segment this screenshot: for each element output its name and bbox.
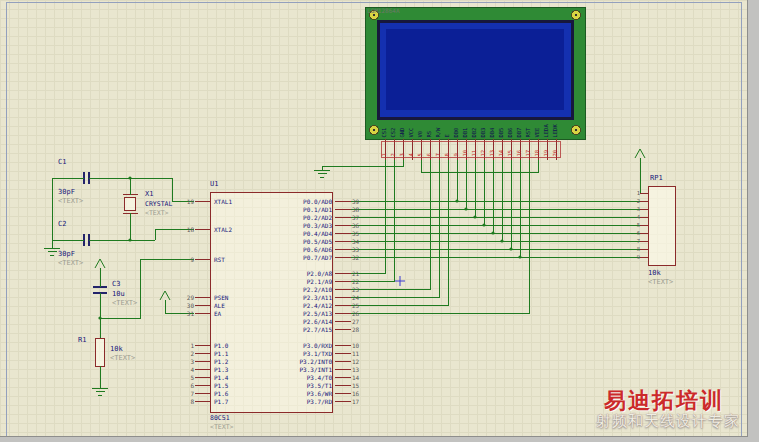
chip-pin[interactable]: P2.5/A13 26 <box>270 309 366 317</box>
chip-pin[interactable]: P3.0/RXD 10 <box>270 341 366 349</box>
capacitor-plates[interactable] <box>84 172 107 293</box>
pin-stub <box>335 345 351 346</box>
rp1-pin-number: 2 <box>626 197 640 205</box>
u1-p0-pins: P0.0/AD0 39 P0.1/AD1 38 P0.2/AD2 37 P0.3… <box>270 197 366 261</box>
schematic-sheet[interactable]: LGM12864A CS1 CS2 GND VCC V0 RS <box>0 0 748 437</box>
lcd-pin-number: 5 <box>417 142 426 156</box>
lcd-pin[interactable]: DB0 <box>453 110 462 138</box>
pin-number: 33 <box>351 246 366 253</box>
chip-pin[interactable]: P0.3/AD3 36 <box>270 221 366 229</box>
crystal-x1[interactable] <box>123 195 138 214</box>
chip-pin[interactable]: P3.5/T1 15 <box>270 381 366 389</box>
chip-pin[interactable]: P0.6/AD6 33 <box>270 245 366 253</box>
resistor-r1-body[interactable] <box>96 339 105 367</box>
pin-number: 13 <box>351 366 366 373</box>
pin-number: 29 <box>180 294 195 301</box>
c2-placeholder: <TEXT> <box>58 259 83 267</box>
chip-pin[interactable]: P3.2/INT0 12 <box>270 357 366 365</box>
lcd-pin[interactable]: DB2 <box>471 110 480 138</box>
chip-pin[interactable]: 1 P1.0 <box>180 341 228 349</box>
chip-pin[interactable]: P0.1/AD1 38 <box>270 205 366 213</box>
chip-pin[interactable]: P2.3/A11 24 <box>270 293 366 301</box>
lcd-pin[interactable]: RS <box>426 110 435 138</box>
chip-pin[interactable]: P3.3/INT1 13 <box>270 365 366 373</box>
chip-pin[interactable]: P2.0/A8 21 <box>270 269 366 277</box>
lcd-pin-number: 15 <box>507 142 516 156</box>
lcd-pin[interactable]: E <box>444 110 453 138</box>
pin-number: 38 <box>351 206 366 213</box>
lcd-pin-number: 19 <box>543 142 552 156</box>
chip-pin[interactable]: 6 P1.5 <box>180 381 228 389</box>
rp1-pin-number: 7 <box>626 237 640 245</box>
chip-pin[interactable]: P0.2/AD2 37 <box>270 213 366 221</box>
lcd-pin[interactable]: LEDA <box>543 110 552 138</box>
u1-placeholder: <TEXT> <box>210 423 233 431</box>
chip-pin[interactable]: 8 P1.7 <box>180 397 228 405</box>
chip-pin[interactable]: P2.6/A14 27 <box>270 317 366 325</box>
pin-number: 36 <box>351 222 366 229</box>
chip-pin[interactable]: 29 PSEN <box>180 293 228 301</box>
chip-pin[interactable]: 31 EA <box>180 309 228 317</box>
lcd-pin[interactable]: R/W <box>435 110 444 138</box>
pin-name: PSEN <box>211 294 228 301</box>
lcd-pin[interactable]: CS1 <box>381 110 390 138</box>
chip-pin[interactable]: P2.4/A12 25 <box>270 301 366 309</box>
chip-pin[interactable]: P0.5/AD5 34 <box>270 237 366 245</box>
lcd-pin[interactable]: DB7 <box>516 110 525 138</box>
pin-number: 22 <box>351 278 366 285</box>
lcd-pin[interactable]: RST <box>525 110 534 138</box>
watermark-subtitle: 射频和天线设计专家 <box>596 412 740 431</box>
pin-name: P3.6/WR <box>270 390 335 397</box>
chip-pin[interactable]: P3.1/TXD 11 <box>270 349 366 357</box>
pin-number: 4 <box>180 366 195 373</box>
lcd-pin[interactable]: V0 <box>417 110 426 138</box>
lcd-pin-name: RS <box>426 111 435 137</box>
pin-stub <box>195 313 211 314</box>
lcd-pin[interactable]: DB6 <box>507 110 516 138</box>
rp1-placeholder: <TEXT> <box>648 278 673 286</box>
lcd-pin-number: 16 <box>516 142 525 156</box>
pin-name: P0.2/AD2 <box>270 214 335 221</box>
pin-number: 14 <box>351 374 366 381</box>
chip-pin[interactable]: P3.6/WR 16 <box>270 389 366 397</box>
chip-pin[interactable]: 2 P1.1 <box>180 349 228 357</box>
respack-rp1[interactable] <box>640 187 676 266</box>
chip-pin[interactable]: P2.2/A10 23 <box>270 285 366 293</box>
pin-number: 35 <box>351 230 366 237</box>
lcd-pin[interactable]: LEDK <box>552 110 561 138</box>
chip-pin[interactable]: 5 P1.4 <box>180 373 228 381</box>
lcd-pin[interactable]: GND <box>399 110 408 138</box>
chip-pin[interactable]: 30 ALE <box>180 301 228 309</box>
chip-pin[interactable]: P2.7/A15 28 <box>270 325 366 333</box>
pin-number: 37 <box>351 214 366 221</box>
chip-pin[interactable]: P3.7/RD 17 <box>270 397 366 405</box>
chip-pin[interactable]: 18 XTAL2 <box>180 225 232 233</box>
chip-pin[interactable]: P0.7/AD7 32 <box>270 253 366 261</box>
lcd-pin[interactable]: CS2 <box>390 110 399 138</box>
pin-stub <box>195 393 211 394</box>
lcd-pin[interactable]: VEE <box>534 110 543 138</box>
pin-name: P3.0/RXD <box>270 342 335 349</box>
chip-pin[interactable]: 3 P1.2 <box>180 357 228 365</box>
pin-stub <box>195 361 211 362</box>
lcd-pin-name: DB1 <box>462 111 471 137</box>
chip-pin[interactable]: 7 P1.6 <box>180 389 228 397</box>
chip-pin[interactable]: P0.4/AD4 35 <box>270 229 366 237</box>
chip-pin[interactable]: P2.1/A9 22 <box>270 277 366 285</box>
pin-name: P1.0 <box>211 342 228 349</box>
lcd-pin[interactable]: DB4 <box>489 110 498 138</box>
lcd-pin[interactable]: DB3 <box>480 110 489 138</box>
pin-number: 12 <box>351 358 366 365</box>
pin-stub <box>335 241 351 242</box>
chip-pin[interactable]: 19 XTAL1 <box>180 197 232 205</box>
r1-ref: R1 <box>78 336 86 344</box>
chip-pin[interactable]: 4 P1.3 <box>180 365 228 373</box>
lcd-pin[interactable]: VCC <box>408 110 417 138</box>
lcd-pin-name: DB3 <box>480 111 489 137</box>
lcd-pin[interactable]: DB5 <box>498 110 507 138</box>
chip-pin[interactable]: P3.4/T0 14 <box>270 373 366 381</box>
lcd-pin[interactable]: DB1 <box>462 110 471 138</box>
pin-number: 6 <box>180 382 195 389</box>
chip-pin-rst[interactable]: 9 RST <box>180 255 225 263</box>
chip-pin[interactable]: P0.0/AD0 39 <box>270 197 366 205</box>
